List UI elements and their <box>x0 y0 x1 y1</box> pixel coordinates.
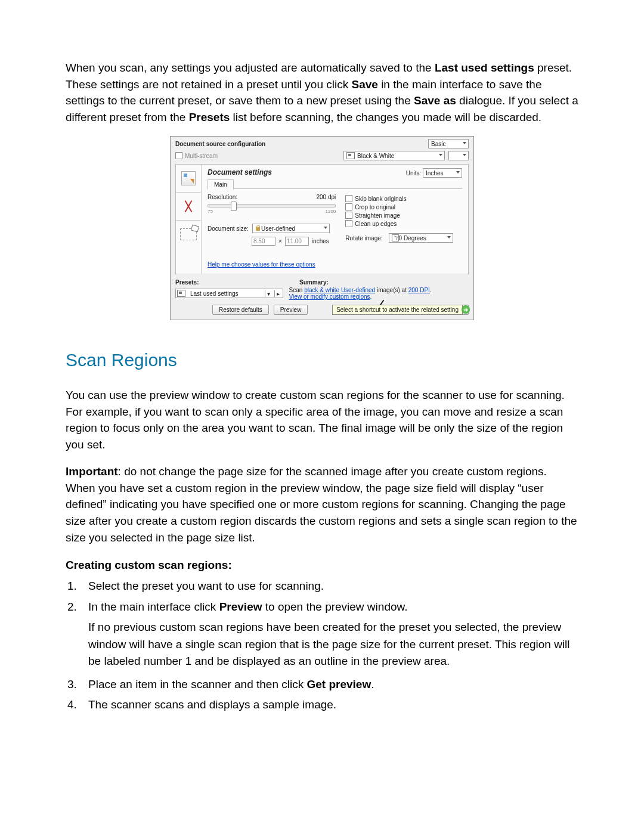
summary-label: Summary: <box>299 279 329 286</box>
height-input[interactable]: 11.00 <box>285 237 309 246</box>
chevron-down-icon[interactable]: ▾ <box>265 290 272 297</box>
steps-list: Select the preset you want to use for sc… <box>66 578 578 714</box>
multistream-checkbox[interactable]: Multi-stream <box>175 152 218 159</box>
width-input[interactable]: 8.50 <box>252 237 275 246</box>
stamp-icon <box>180 228 197 240</box>
enhance-icon <box>182 200 195 213</box>
dialog-title: Document source configuration <box>175 141 265 147</box>
resolution-value: 200 dpi <box>316 194 336 200</box>
checkbox-icon <box>175 152 182 159</box>
tab-document[interactable] <box>176 165 201 193</box>
rotate-dropdown[interactable]: 0 Degrees <box>389 233 453 243</box>
rotate-label: Rotate image: <box>345 235 382 241</box>
section-heading: Scan Regions <box>66 350 578 370</box>
straighten-checkbox[interactable]: Straighten image <box>345 212 462 219</box>
doc-icon <box>177 290 185 297</box>
presets-label: Presets: <box>175 279 299 286</box>
units-dropdown[interactable]: Inches <box>423 168 462 178</box>
checkbox-icon <box>345 212 352 219</box>
preset-selector[interactable]: Last used settings ▾ ▸ <box>175 287 283 300</box>
checkbox-icon <box>345 203 352 210</box>
document-icon <box>181 171 196 185</box>
skip-blank-checkbox[interactable]: Skip blank originals <box>345 195 462 202</box>
colormode-dropdown[interactable]: Black & White <box>343 151 445 160</box>
checkbox-icon <box>345 195 352 202</box>
step-3: Place an item in the scanner and then cl… <box>80 676 578 693</box>
doc-settings-heading: Document settings <box>208 168 272 178</box>
summary-text: Scan black & white User-defined image(s)… <box>289 287 432 300</box>
tab-stamp[interactable] <box>176 221 201 248</box>
checkbox-icon <box>345 220 352 227</box>
crop-checkbox[interactable]: Crop to original <box>345 203 462 210</box>
side-tabs <box>176 165 202 274</box>
tooltip: Select a shortcut to activate the relate… <box>332 305 463 315</box>
restore-defaults-button[interactable]: Restore defaults <box>212 305 269 315</box>
modify-regions-link[interactable]: View or modify custom regions <box>289 293 370 300</box>
tab-image[interactable] <box>176 193 201 221</box>
intro-paragraph: When you scan, any settings you adjusted… <box>66 60 578 125</box>
summary-link-mode[interactable]: black & white <box>304 287 339 293</box>
docsize-label: Document size: <box>208 225 249 232</box>
mode-dropdown[interactable]: Basic <box>428 139 469 148</box>
resolution-slider[interactable] <box>208 204 336 208</box>
resolution-label: Resolution: <box>208 194 237 200</box>
cleanup-checkbox[interactable]: Clean up edges <box>345 220 462 227</box>
settings-dialog: Document source configuration Basic Mult… <box>170 136 474 320</box>
rotate-icon <box>392 234 399 241</box>
summary-link-dpi[interactable]: 200 DPI <box>408 287 430 293</box>
lock-icon <box>255 225 261 231</box>
arrow-right-icon[interactable]: ▸ <box>274 290 281 297</box>
step-1: Select the preset you want to use for sc… <box>80 578 578 595</box>
para-important: Important: do not change the page size f… <box>66 463 578 546</box>
extra-dropdown[interactable] <box>448 151 469 160</box>
para-regions-intro: You can use the preview window to create… <box>66 387 578 453</box>
preview-button[interactable]: Preview <box>274 305 308 315</box>
slider-thumb-icon[interactable] <box>231 202 237 211</box>
main-tab[interactable]: Main <box>208 179 234 190</box>
subheading: Creating custom scan regions: <box>66 559 578 572</box>
step-4: The scanner scans and displays a sample … <box>80 696 578 714</box>
help-link[interactable]: Help me choose values for these options <box>208 261 315 268</box>
summary-link-size[interactable]: User-defined <box>341 287 375 293</box>
docsize-dropdown[interactable]: User-defined <box>252 224 330 233</box>
step-2: In the main interface click Preview to o… <box>80 599 578 670</box>
doc-icon <box>346 152 355 159</box>
